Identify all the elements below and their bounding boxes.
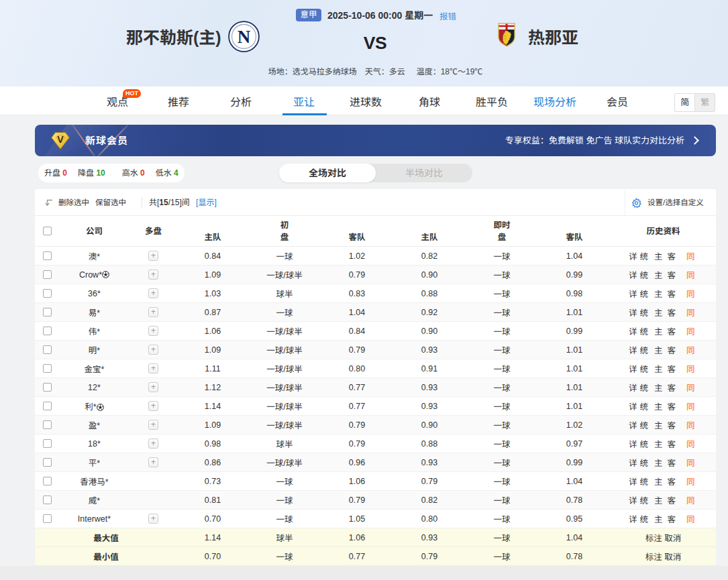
svg-text:V: V <box>57 134 64 145</box>
svg-text:N: N <box>238 27 251 47</box>
